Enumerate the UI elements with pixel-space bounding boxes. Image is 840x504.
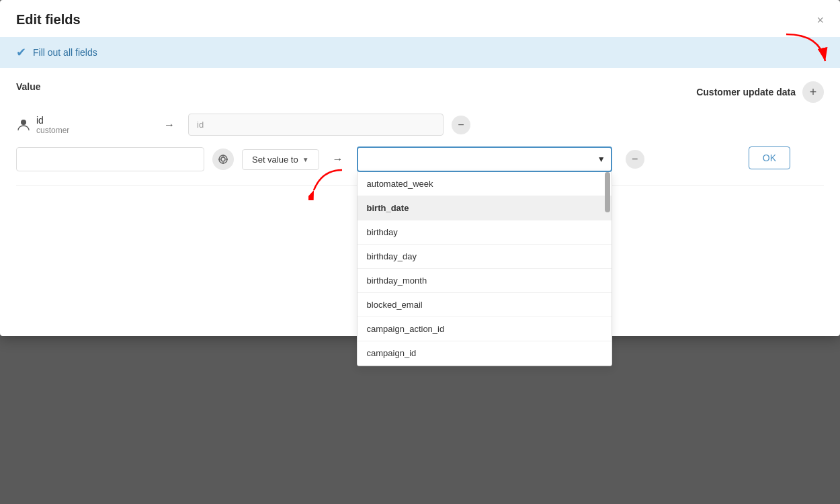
- fields-area: Value Customer update data +: [0, 68, 840, 200]
- edit-fields-modal: Edit fields × ✔ Fill out all fields Valu…: [0, 0, 840, 336]
- dropdown-item-birthday-month[interactable]: birthday_month: [358, 269, 612, 293]
- id-input[interactable]: [188, 114, 444, 136]
- value-column-header: Value: [16, 81, 41, 92]
- dropdown-item-blocked-email[interactable]: blocked_email: [358, 293, 612, 317]
- customer-update-label: Customer update data: [696, 87, 796, 97]
- dropdown-item-birthday-day[interactable]: birthday_day: [358, 245, 612, 269]
- modal-header: Edit fields ×: [0, 0, 840, 37]
- plus-icon: +: [810, 85, 817, 99]
- id-info: id customer: [36, 115, 69, 135]
- customer-update-col: Customer update data +: [696, 81, 824, 103]
- red-arrow-2: [308, 167, 349, 200]
- set-value-dropdown-arrow: ▼: [302, 156, 309, 163]
- minus-icon-2: −: [632, 153, 638, 165]
- remove-id-row-button[interactable]: −: [452, 116, 470, 134]
- set-value-row: Set value to ▼ → ▼ automated_week: [16, 146, 824, 186]
- info-banner: ✔ Fill out all fields: [0, 37, 840, 68]
- svg-point-3: [221, 157, 225, 161]
- id-value-section: id customer: [16, 115, 151, 135]
- column-headers: Value Customer update data +: [16, 81, 824, 103]
- id-field-row: id customer → −: [16, 114, 824, 136]
- add-field-button[interactable]: +: [802, 81, 824, 103]
- dropdown-item-birthday[interactable]: birthday: [358, 220, 612, 245]
- modal-title: Edit fields: [16, 12, 81, 28]
- minus-icon: −: [458, 119, 464, 131]
- person-icon: [16, 118, 31, 132]
- dropdown-item-campaign-action-id[interactable]: campaign_action_id: [358, 317, 612, 341]
- set-value-label: Set value to: [252, 155, 298, 165]
- field-dropdown-container: ▼ automated_week birth_date birthday bir…: [357, 146, 612, 172]
- dropdown-item-automated-week[interactable]: automated_week: [358, 172, 612, 196]
- svg-point-1: [21, 120, 26, 125]
- dropdown-search-input[interactable]: [357, 146, 612, 172]
- modal-close-button[interactable]: ×: [816, 14, 824, 26]
- dropdown-item-campaign-id[interactable]: campaign_id: [358, 341, 612, 366]
- row2-arrow: →: [333, 153, 343, 165]
- customer-field-label: customer: [36, 126, 69, 135]
- target-icon-button[interactable]: [212, 149, 234, 170]
- info-check-icon: ✔: [16, 45, 26, 60]
- dropdown-list: automated_week birth_date birthday birth…: [357, 172, 612, 366]
- ok-button[interactable]: OK: [749, 146, 790, 169]
- value-input[interactable]: [16, 147, 204, 171]
- dropdown-item-birth-date[interactable]: birth_date: [358, 196, 612, 220]
- red-arrow-1: [780, 31, 833, 71]
- id-field-label: id: [36, 115, 69, 126]
- row1-arrow: →: [164, 119, 175, 131]
- dropdown-scrollbar[interactable]: [605, 172, 610, 212]
- remove-set-value-row-button[interactable]: −: [626, 150, 644, 169]
- set-value-button[interactable]: Set value to ▼: [242, 149, 319, 170]
- info-banner-text: Fill out all fields: [33, 47, 97, 58]
